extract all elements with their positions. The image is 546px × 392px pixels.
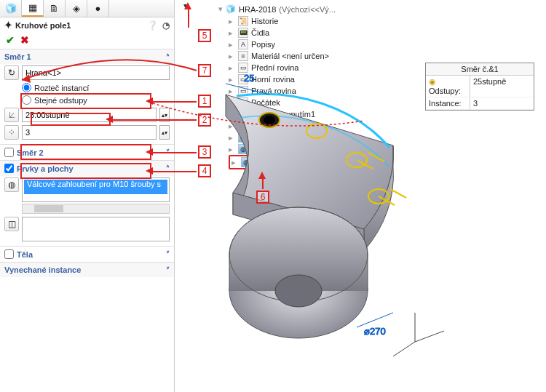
dim-270: ⌀270 (364, 326, 386, 337)
ok-cancel-row: ✔ ✖ (0, 33, 174, 49)
pattern-icon: ✦ (4, 20, 12, 31)
svg-line-11 (226, 84, 269, 95)
svg-point-7 (275, 275, 322, 307)
3d-viewport[interactable]: 25 ⌀270 (138, 73, 451, 378)
cancel-button[interactable]: ✖ (20, 34, 29, 46)
tree-item[interactable]: ▸▭Přední rovina (229, 62, 349, 73)
feature-title: Kruhové pole1 (15, 21, 71, 30)
tree-item[interactable]: ▸≡Materiál <není určen> (229, 50, 349, 62)
infobox-title: Směr č.&1 (426, 63, 534, 76)
panel-tabs: 🧊 ▦ 🗎 ◈ ● (0, 0, 174, 17)
tree-node-icon: 📟 (238, 28, 248, 38)
pin-icon[interactable]: ◔ (162, 20, 170, 31)
config-text: (Výchozí<<Vý... (279, 5, 336, 14)
reverse-direction-icon[interactable]: ↻ (4, 65, 19, 80)
svg-line-8 (415, 331, 444, 342)
angle-icon: ⟀ (4, 108, 19, 122)
svg-point-4 (264, 116, 275, 124)
tree-item[interactable]: ▸📜Historie (229, 15, 349, 27)
doc-name[interactable]: HRA-2018 (239, 5, 276, 14)
count-icon: ⁘ (4, 125, 19, 140)
tab-display[interactable]: ◈ (66, 0, 87, 17)
callout-7: 7 (198, 64, 211, 77)
count-input[interactable] (22, 125, 157, 140)
infobox-spacing[interactable]: 25stupně (470, 76, 534, 97)
tree-node-icon: 📜 (238, 16, 248, 26)
tree-node-icon: ▭ (238, 63, 248, 73)
tree-node-icon: ≡ (238, 51, 248, 61)
face-select-icon: ◫ (4, 217, 19, 231)
direction1-header[interactable]: Směr 1 ˄ (0, 49, 174, 64)
ok-button[interactable]: ✔ (6, 34, 15, 46)
tree-item[interactable]: ▸APopisy (229, 39, 349, 50)
callout-2: 2 (198, 113, 211, 127)
tab-appearance[interactable]: ● (87, 0, 109, 17)
callout-6: 6 (256, 191, 269, 204)
help-icon[interactable]: ❔ (147, 20, 158, 31)
direction-info-box[interactable]: Směr č.&1 ◉ Odstupy:25stupně Instance:3 (425, 63, 534, 111)
callout-1: 1 (198, 95, 211, 108)
tree-expand-icon[interactable]: ▾ (218, 4, 223, 14)
tree-node-icon: A (238, 39, 248, 49)
cube-icon: 🧊 (226, 4, 236, 14)
tree-item[interactable]: ▸📟Čidla (229, 27, 349, 39)
callout-3: 3 (198, 145, 211, 159)
infobox-instances[interactable]: 3 (470, 97, 534, 109)
callout-4: 4 (198, 164, 211, 177)
tab-config[interactable]: 🗎 (44, 0, 66, 17)
feature-title-bar: ✦ Kruhové pole1 ❔ ◔ (0, 17, 174, 33)
chevron-up-icon: ˄ (166, 53, 170, 61)
svg-line-10 (393, 342, 415, 356)
tab-features[interactable]: 🧊 (0, 0, 22, 17)
tab-properties[interactable]: ▦ (22, 0, 44, 17)
svg-line-12 (357, 313, 393, 327)
dim-25: 25 (244, 73, 254, 84)
callout-5: 5 (198, 29, 211, 42)
feature-select-icon: ◍ (4, 177, 19, 192)
